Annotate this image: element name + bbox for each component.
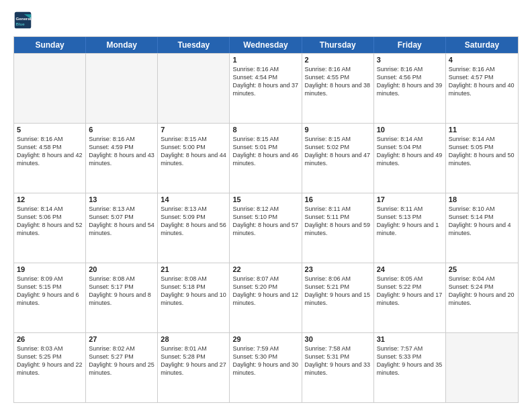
day-info: Sunrise: 8:16 AM Sunset: 4:55 PM Dayligh… bbox=[305, 65, 371, 98]
day-info: Sunrise: 8:08 AM Sunset: 5:17 PM Dayligh… bbox=[89, 275, 154, 308]
day-info: Sunrise: 8:13 AM Sunset: 5:07 PM Dayligh… bbox=[89, 205, 154, 238]
cal-header-day: Wednesday bbox=[230, 37, 302, 53]
day-info: Sunrise: 8:16 AM Sunset: 4:58 PM Dayligh… bbox=[17, 135, 83, 168]
day-number: 10 bbox=[377, 126, 443, 134]
day-number: 5 bbox=[17, 126, 83, 134]
day-info: Sunrise: 8:14 AM Sunset: 5:06 PM Dayligh… bbox=[17, 205, 83, 238]
day-number: 24 bbox=[377, 265, 443, 273]
day-number: 20 bbox=[89, 265, 154, 273]
cal-cell: 17Sunrise: 8:11 AM Sunset: 5:13 PM Dayli… bbox=[374, 193, 446, 263]
cal-cell: 7Sunrise: 8:15 AM Sunset: 5:00 PM Daylig… bbox=[158, 124, 230, 193]
day-number: 28 bbox=[161, 335, 226, 343]
cal-cell: 23Sunrise: 8:06 AM Sunset: 5:21 PM Dayli… bbox=[302, 263, 374, 332]
day-info: Sunrise: 7:57 AM Sunset: 5:33 PM Dayligh… bbox=[377, 345, 443, 377]
cal-cell bbox=[446, 333, 518, 402]
day-info: Sunrise: 8:15 AM Sunset: 5:00 PM Dayligh… bbox=[161, 135, 226, 168]
header: General Blue bbox=[13, 11, 519, 30]
cal-week-row: 1Sunrise: 8:16 AM Sunset: 4:54 PM Daylig… bbox=[14, 53, 518, 123]
cal-cell bbox=[14, 54, 86, 123]
cal-cell: 24Sunrise: 8:05 AM Sunset: 5:22 PM Dayli… bbox=[374, 263, 446, 332]
day-info: Sunrise: 8:15 AM Sunset: 5:01 PM Dayligh… bbox=[232, 135, 298, 168]
day-number: 11 bbox=[449, 126, 515, 134]
day-number: 1 bbox=[232, 56, 298, 64]
day-number: 15 bbox=[232, 195, 298, 203]
day-number: 31 bbox=[377, 335, 443, 343]
cal-cell: 6Sunrise: 8:16 AM Sunset: 4:59 PM Daylig… bbox=[86, 124, 158, 193]
day-info: Sunrise: 8:10 AM Sunset: 5:14 PM Dayligh… bbox=[449, 205, 515, 238]
day-number: 9 bbox=[305, 126, 371, 134]
cal-cell: 10Sunrise: 8:14 AM Sunset: 5:04 PM Dayli… bbox=[374, 124, 446, 193]
cal-cell: 2Sunrise: 8:16 AM Sunset: 4:55 PM Daylig… bbox=[302, 54, 374, 123]
cal-week-row: 19Sunrise: 8:09 AM Sunset: 5:15 PM Dayli… bbox=[14, 263, 518, 332]
day-info: Sunrise: 8:16 AM Sunset: 4:56 PM Dayligh… bbox=[377, 65, 443, 98]
day-number: 21 bbox=[161, 265, 226, 273]
day-info: Sunrise: 8:08 AM Sunset: 5:18 PM Dayligh… bbox=[161, 275, 226, 308]
cal-cell: 31Sunrise: 7:57 AM Sunset: 5:33 PM Dayli… bbox=[374, 333, 446, 402]
cal-cell: 3Sunrise: 8:16 AM Sunset: 4:56 PM Daylig… bbox=[374, 54, 446, 123]
cal-cell: 14Sunrise: 8:13 AM Sunset: 5:09 PM Dayli… bbox=[158, 193, 230, 263]
logo-icon: General Blue bbox=[13, 11, 32, 30]
day-number: 13 bbox=[89, 195, 154, 203]
cal-header-day: Saturday bbox=[446, 37, 518, 53]
cal-cell: 16Sunrise: 8:11 AM Sunset: 5:11 PM Dayli… bbox=[302, 193, 374, 263]
cal-cell: 13Sunrise: 8:13 AM Sunset: 5:07 PM Dayli… bbox=[86, 193, 158, 263]
cal-cell: 9Sunrise: 8:15 AM Sunset: 5:02 PM Daylig… bbox=[302, 124, 374, 193]
cal-cell: 27Sunrise: 8:02 AM Sunset: 5:27 PM Dayli… bbox=[86, 333, 158, 402]
day-info: Sunrise: 8:02 AM Sunset: 5:27 PM Dayligh… bbox=[89, 345, 154, 377]
cal-week-row: 26Sunrise: 8:03 AM Sunset: 5:25 PM Dayli… bbox=[14, 332, 518, 402]
cal-header-day: Thursday bbox=[302, 37, 374, 53]
day-info: Sunrise: 8:01 AM Sunset: 5:28 PM Dayligh… bbox=[161, 345, 226, 377]
day-info: Sunrise: 8:09 AM Sunset: 5:15 PM Dayligh… bbox=[17, 275, 83, 308]
day-number: 18 bbox=[449, 195, 515, 203]
cal-cell: 5Sunrise: 8:16 AM Sunset: 4:58 PM Daylig… bbox=[14, 124, 86, 193]
day-number: 12 bbox=[17, 195, 83, 203]
cal-cell: 25Sunrise: 8:04 AM Sunset: 5:24 PM Dayli… bbox=[446, 263, 518, 332]
day-number: 7 bbox=[161, 126, 226, 134]
day-info: Sunrise: 8:07 AM Sunset: 5:20 PM Dayligh… bbox=[232, 275, 298, 308]
page: General Blue SundayMondayTuesdayWednesda… bbox=[0, 0, 532, 411]
cal-cell: 20Sunrise: 8:08 AM Sunset: 5:17 PM Dayli… bbox=[86, 263, 158, 332]
day-info: Sunrise: 8:16 AM Sunset: 4:54 PM Dayligh… bbox=[232, 65, 298, 98]
cal-week-row: 5Sunrise: 8:16 AM Sunset: 4:58 PM Daylig… bbox=[14, 123, 518, 193]
day-number: 3 bbox=[377, 56, 443, 64]
cal-cell: 19Sunrise: 8:09 AM Sunset: 5:15 PM Dayli… bbox=[14, 263, 86, 332]
cal-cell: 29Sunrise: 7:59 AM Sunset: 5:30 PM Dayli… bbox=[230, 333, 302, 402]
cal-header-day: Sunday bbox=[14, 37, 86, 53]
svg-text:General: General bbox=[16, 16, 32, 21]
cal-cell: 30Sunrise: 7:58 AM Sunset: 5:31 PM Dayli… bbox=[302, 333, 374, 402]
calendar-body: 1Sunrise: 8:16 AM Sunset: 4:54 PM Daylig… bbox=[14, 53, 518, 402]
day-number: 26 bbox=[17, 335, 83, 343]
day-number: 2 bbox=[305, 56, 371, 64]
cal-week-row: 12Sunrise: 8:14 AM Sunset: 5:06 PM Dayli… bbox=[14, 193, 518, 263]
cal-cell: 12Sunrise: 8:14 AM Sunset: 5:06 PM Dayli… bbox=[14, 193, 86, 263]
day-info: Sunrise: 8:14 AM Sunset: 5:04 PM Dayligh… bbox=[377, 135, 443, 168]
cal-cell: 4Sunrise: 8:16 AM Sunset: 4:57 PM Daylig… bbox=[446, 54, 518, 123]
day-number: 29 bbox=[232, 335, 298, 343]
day-info: Sunrise: 8:16 AM Sunset: 4:59 PM Dayligh… bbox=[89, 135, 154, 168]
day-number: 19 bbox=[17, 265, 83, 273]
day-number: 16 bbox=[305, 195, 371, 203]
day-info: Sunrise: 8:03 AM Sunset: 5:25 PM Dayligh… bbox=[17, 345, 83, 377]
cal-cell: 15Sunrise: 8:12 AM Sunset: 5:10 PM Dayli… bbox=[230, 193, 302, 263]
cal-cell bbox=[158, 54, 230, 123]
day-info: Sunrise: 8:15 AM Sunset: 5:02 PM Dayligh… bbox=[305, 135, 371, 168]
cal-cell: 18Sunrise: 8:10 AM Sunset: 5:14 PM Dayli… bbox=[446, 193, 518, 263]
day-number: 8 bbox=[232, 126, 298, 134]
cal-header-day: Friday bbox=[374, 37, 446, 53]
cal-cell: 22Sunrise: 8:07 AM Sunset: 5:20 PM Dayli… bbox=[230, 263, 302, 332]
day-info: Sunrise: 8:04 AM Sunset: 5:24 PM Dayligh… bbox=[449, 275, 515, 308]
day-number: 17 bbox=[377, 195, 443, 203]
calendar: SundayMondayTuesdayWednesdayThursdayFrid… bbox=[13, 36, 519, 403]
cal-cell: 1Sunrise: 8:16 AM Sunset: 4:54 PM Daylig… bbox=[230, 54, 302, 123]
day-info: Sunrise: 8:16 AM Sunset: 4:57 PM Dayligh… bbox=[449, 65, 515, 98]
cal-cell: 26Sunrise: 8:03 AM Sunset: 5:25 PM Dayli… bbox=[14, 333, 86, 402]
day-info: Sunrise: 8:14 AM Sunset: 5:05 PM Dayligh… bbox=[449, 135, 515, 168]
day-number: 27 bbox=[89, 335, 154, 343]
cal-cell bbox=[86, 54, 158, 123]
cal-cell: 8Sunrise: 8:15 AM Sunset: 5:01 PM Daylig… bbox=[230, 124, 302, 193]
day-info: Sunrise: 8:11 AM Sunset: 5:13 PM Dayligh… bbox=[377, 205, 443, 238]
day-number: 6 bbox=[89, 126, 154, 134]
day-info: Sunrise: 8:12 AM Sunset: 5:10 PM Dayligh… bbox=[232, 205, 298, 238]
day-number: 30 bbox=[305, 335, 371, 343]
day-number: 22 bbox=[232, 265, 298, 273]
